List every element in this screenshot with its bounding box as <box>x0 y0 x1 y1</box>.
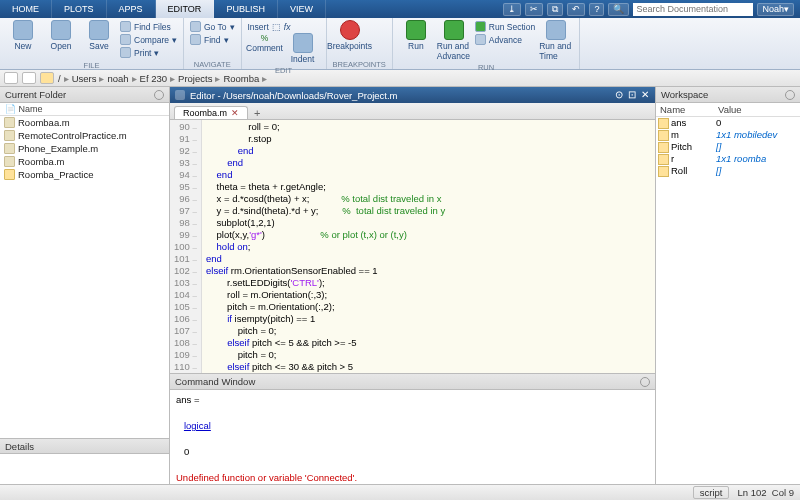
command-window[interactable]: ans = logical 0 Undefined function or va… <box>170 390 655 484</box>
folder-icon <box>4 169 15 180</box>
file-icon <box>4 156 15 167</box>
main-tabs: HOME PLOTS APPS EDITOR PUBLISH VIEW ⤓ ✂ … <box>0 0 800 18</box>
run-section-button[interactable]: Run Section <box>475 20 535 33</box>
find-button[interactable]: Find ▾ <box>190 33 235 46</box>
goto-button[interactable]: Go To ▾ <box>190 20 235 33</box>
command-window-title: Command Window <box>175 376 255 387</box>
gear-icon[interactable] <box>785 90 795 100</box>
current-folder-panel: Current Folder 📄 Name Roombaa.mRemoteCon… <box>0 87 170 484</box>
breadcrumb[interactable]: / ▸ Users ▸ noah ▸ Ef 230 ▸ Projects ▸ R… <box>58 73 267 84</box>
group-label-run: RUN <box>399 61 573 72</box>
var-icon <box>658 142 669 153</box>
maximize-icon[interactable]: ⊡ <box>627 90 637 100</box>
tab-apps[interactable]: APPS <box>107 0 156 18</box>
insert-button[interactable]: Insert ⬚ fx <box>248 20 291 33</box>
var-icon <box>658 118 669 129</box>
tab-editor[interactable]: EDITOR <box>156 0 215 18</box>
new-button[interactable]: New <box>6 20 40 51</box>
editor-body[interactable]: 90 –91 –92 –93 –94 –95 –96 –97 –98 –99 –… <box>170 120 655 374</box>
user-menu[interactable]: Noah ▾ <box>757 3 794 16</box>
current-folder-title: Current Folder <box>5 89 66 100</box>
forward-button[interactable] <box>22 72 36 84</box>
tab-plots[interactable]: PLOTS <box>52 0 107 18</box>
gear-icon[interactable] <box>154 90 164 100</box>
tab-publish[interactable]: PUBLISH <box>214 0 278 18</box>
back-button[interactable] <box>4 72 18 84</box>
var-icon <box>658 166 669 177</box>
workspace-panel: Workspace NameValue ans0m1x1 mobiledevPi… <box>655 87 800 484</box>
status-mode: script <box>693 486 730 499</box>
run-button[interactable]: Run <box>399 20 433 51</box>
file-row[interactable]: Phone_Example.m <box>0 142 169 155</box>
indent-button[interactable]: Indent <box>286 33 320 64</box>
workspace-row[interactable]: m1x1 mobiledev <box>656 129 800 141</box>
file-icon <box>4 130 15 141</box>
save-icon[interactable]: ⤓ <box>503 3 521 16</box>
open-button[interactable]: Open <box>44 20 78 51</box>
cut-icon[interactable]: ✂ <box>525 3 543 16</box>
workspace-row[interactable]: Roll[] <box>656 165 800 177</box>
group-label-bp: BREAKPOINTS <box>333 58 386 69</box>
search-input[interactable] <box>633 3 753 16</box>
file-icon <box>4 117 15 128</box>
tab-home[interactable]: HOME <box>0 0 52 18</box>
workspace-row[interactable]: Pitch[] <box>656 141 800 153</box>
path-bar: / ▸ Users ▸ noah ▸ Ef 230 ▸ Projects ▸ R… <box>0 70 800 87</box>
group-label-file: FILE <box>6 59 177 70</box>
close-icon[interactable]: ✕ <box>640 90 650 100</box>
editor-titlebar: Editor - /Users/noah/Downloads/Rover_Pro… <box>170 87 655 103</box>
status-line: Ln 102 <box>737 487 766 498</box>
run-advance-button[interactable]: Run and Advance <box>437 20 471 61</box>
file-row[interactable]: Roomba.m <box>0 155 169 168</box>
comment-button[interactable]: %Comment <box>248 33 282 53</box>
ribbon: New Open Save Find Files Compare ▾ Print… <box>0 18 800 70</box>
breakpoints-button[interactable]: Breakpoints <box>333 20 367 51</box>
tab-view[interactable]: VIEW <box>278 0 326 18</box>
ws-col-value[interactable]: Value <box>714 103 746 116</box>
file-icon <box>4 143 15 154</box>
search-icon: 🔍 <box>608 3 629 16</box>
folder-icon[interactable] <box>40 72 54 84</box>
workspace-row[interactable]: ans0 <box>656 117 800 129</box>
find-files-button[interactable]: Find Files <box>120 20 177 33</box>
workspace-title: Workspace <box>661 89 708 100</box>
ws-col-name[interactable]: Name <box>656 103 714 116</box>
status-bar: script Ln 102 Col 9 <box>0 484 800 500</box>
editor-icon <box>175 90 185 100</box>
file-row[interactable]: Roomba_Practice <box>0 168 169 181</box>
print-button[interactable]: Print ▾ <box>120 46 177 59</box>
file-tab[interactable]: Roomba.m✕ <box>174 106 248 119</box>
minimize-icon[interactable]: ⊙ <box>614 90 624 100</box>
undo-icon[interactable]: ↶ <box>567 3 585 16</box>
help-icon[interactable]: ? <box>589 3 604 16</box>
close-tab-icon[interactable]: ✕ <box>231 108 239 118</box>
file-row[interactable]: Roombaa.m <box>0 116 169 129</box>
compare-button[interactable]: Compare ▾ <box>120 33 177 46</box>
file-row[interactable]: RemoteControlPractice.m <box>0 129 169 142</box>
gear-icon[interactable] <box>640 377 650 387</box>
status-col: Col 9 <box>772 487 794 498</box>
name-col-header[interactable]: 📄 Name <box>0 103 169 116</box>
quick-access-tray: ⤓ ✂ ⧉ ↶ ? 🔍 Noah ▾ <box>497 0 800 18</box>
run-time-button[interactable]: Run and Time <box>539 20 573 61</box>
copy-icon[interactable]: ⧉ <box>547 3 563 16</box>
editor-tabs: Roomba.m✕ + <box>170 103 655 120</box>
group-label-nav: NAVIGATE <box>190 58 235 69</box>
details-title[interactable]: Details <box>5 441 34 452</box>
add-tab-button[interactable]: + <box>249 107 265 119</box>
advance-button[interactable]: Advance <box>475 33 535 46</box>
var-icon <box>658 130 669 141</box>
workspace-row[interactable]: r1x1 roomba <box>656 153 800 165</box>
editor-title: Editor - /Users/noah/Downloads/Rover_Pro… <box>190 90 398 101</box>
save-button[interactable]: Save <box>82 20 116 51</box>
var-icon <box>658 154 669 165</box>
